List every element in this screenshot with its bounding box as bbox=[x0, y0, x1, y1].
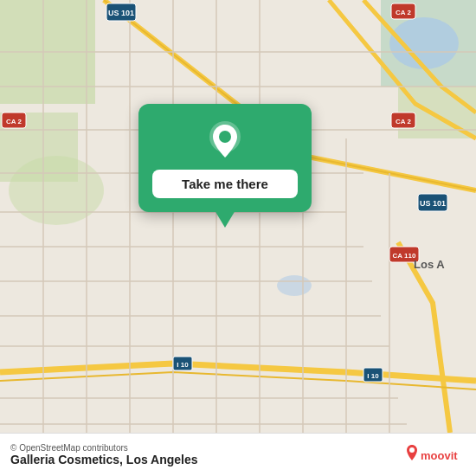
svg-text:CA 2: CA 2 bbox=[396, 118, 411, 125]
location-pin-icon bbox=[204, 119, 246, 161]
svg-text:CA 110: CA 110 bbox=[393, 252, 416, 260]
svg-text:Los A: Los A bbox=[414, 258, 445, 271]
take-me-there-button[interactable]: Take me there bbox=[152, 170, 298, 198]
svg-text:US 101: US 101 bbox=[420, 199, 446, 208]
svg-text:CA 2: CA 2 bbox=[396, 9, 411, 16]
svg-point-5 bbox=[9, 156, 104, 225]
svg-text:CA 2: CA 2 bbox=[6, 118, 22, 125]
svg-point-7 bbox=[277, 275, 312, 296]
location-popup: Take me there bbox=[138, 104, 312, 212]
svg-text:I 10: I 10 bbox=[177, 361, 189, 369]
svg-text:moovit: moovit bbox=[421, 449, 458, 462]
svg-text:US 101: US 101 bbox=[108, 9, 134, 17]
svg-point-47 bbox=[409, 447, 415, 453]
location-info: © OpenStreetMap contributors Galleria Co… bbox=[10, 443, 198, 466]
map-view: US 101 US 101 CA 2 CA 2 CA 2 CA 110 I 10… bbox=[0, 0, 476, 433]
moovit-icon: moovit bbox=[405, 443, 466, 467]
svg-text:I 10: I 10 bbox=[367, 372, 379, 380]
bottom-info-bar: © OpenStreetMap contributors Galleria Co… bbox=[0, 433, 476, 476]
map-attribution: © OpenStreetMap contributors bbox=[10, 443, 198, 453]
location-title: Galleria Cosmetics, Los Angeles bbox=[10, 453, 198, 466]
svg-point-46 bbox=[219, 131, 231, 143]
moovit-logo: moovit bbox=[405, 443, 466, 467]
